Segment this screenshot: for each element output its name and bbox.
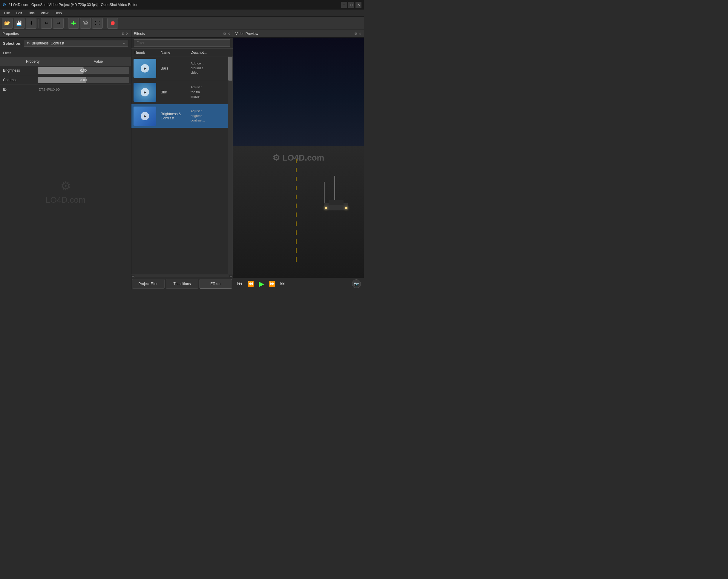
preview-close-icon[interactable]: ✕	[359, 32, 361, 36]
maximize-button[interactable]: □	[348, 2, 354, 8]
menu-title[interactable]: Title	[25, 10, 37, 16]
window-controls: ─ □ ✕	[341, 2, 361, 8]
effects-col-headers: Thumb Name Descript...	[131, 49, 233, 56]
preview-header-icons: ⧉ ✕	[355, 32, 361, 36]
menu-file[interactable]: File	[1, 10, 13, 16]
preview-panel: Video Preview ⧉ ✕	[233, 30, 364, 290]
effects-thumb-brightness: ▶	[131, 105, 158, 127]
screenshot-btn[interactable]: 📷	[352, 279, 361, 288]
bars-desc: Add col...around svideo.	[188, 61, 228, 75]
effects-row-brightness[interactable]: ▶ Brightness &Contrast Adjust tbrightnec…	[131, 104, 228, 128]
car	[324, 200, 348, 211]
watermark-text: LO4D.com	[46, 195, 86, 205]
properties-title: Properties	[2, 32, 19, 36]
horizon-line	[233, 146, 364, 146]
brightness-play-icon: ▶	[141, 112, 149, 120]
bars-play-icon: ▶	[141, 64, 149, 73]
prev-first-btn[interactable]: ⏮	[236, 279, 244, 288]
preview-float-icon[interactable]: ⧉	[355, 32, 357, 36]
close-button[interactable]: ✕	[356, 2, 361, 8]
bars-name: Bars	[158, 66, 188, 71]
redo-btn[interactable]: ↪	[53, 18, 63, 29]
selection-icon: ⚙	[27, 41, 30, 45]
video-preview-image: ⚙ LO4D.com	[233, 37, 364, 278]
sky-layer	[233, 37, 364, 158]
properties-table: Property Value Brightness 0.00 Contrast	[0, 57, 131, 94]
prev-forward-btn[interactable]: ⏩	[268, 279, 277, 288]
effects-title: Effects	[134, 32, 145, 36]
watermark-gear: ⚙	[272, 153, 280, 163]
properties-watermark: ⚙ LO4D.com	[0, 94, 131, 290]
effects-vscroll-thumb[interactable]	[228, 57, 232, 81]
open-project-btn[interactable]: 📂	[2, 18, 12, 29]
effects-float-icon[interactable]: ⧉	[224, 32, 226, 36]
road-layer	[233, 146, 364, 278]
properties-header-icons: ⧉ ✕	[122, 32, 129, 36]
car-roof	[329, 200, 343, 205]
add-btn[interactable]: ✚	[68, 18, 79, 29]
import-btn[interactable]: ⬇	[26, 18, 36, 29]
effects-col-name: Name	[158, 50, 188, 55]
menubar: File Edit Title View Help	[0, 9, 364, 17]
preview-title: Video Preview	[235, 32, 258, 36]
tab-project-files[interactable]: Project Files	[132, 279, 164, 288]
effects-panel: Effects ⧉ ✕ Thumb Name Descript... ▶	[131, 30, 233, 290]
prev-last-btn[interactable]: ⏭	[279, 279, 287, 288]
fullscreen-btn[interactable]: ⛶	[92, 18, 103, 29]
export-btn[interactable]: 🎬	[80, 18, 91, 29]
prop-row-id: ID DTSHPIUX1O	[0, 85, 131, 94]
blur-thumbnail: ▶	[133, 83, 156, 102]
prop-name-contrast: Contrast	[0, 78, 36, 82]
prop-value-contrast[interactable]: 3.00	[36, 77, 131, 83]
effects-filter-input[interactable]	[134, 39, 230, 47]
menu-edit[interactable]: Edit	[13, 10, 25, 16]
properties-float-icon[interactable]: ⧉	[122, 32, 125, 36]
blur-play-icon: ▶	[141, 88, 149, 96]
effects-vscrollbar[interactable]	[228, 56, 233, 274]
effects-row-bars[interactable]: ▶ Bars Add col...around svideo.	[131, 56, 228, 80]
brightness-thumbnail: ▶	[133, 107, 156, 126]
brightness-value: 0.00	[37, 68, 129, 72]
tab-transitions[interactable]: Transitions	[166, 279, 198, 288]
selection-label: Selection:	[3, 41, 22, 46]
effects-row-blur[interactable]: ▶ Blur Adjust tthe fraimage.	[131, 80, 228, 104]
main-toolbar: 📂 💾 ⬇ ↩ ↪ ✚ 🎬 ⛶ ⏺	[0, 17, 364, 30]
tab-effects[interactable]: Effects	[200, 279, 232, 288]
selection-value: Brightness_Contrast	[32, 41, 64, 45]
prop-value-brightness[interactable]: 0.00	[36, 67, 131, 74]
undo-btn[interactable]: ↩	[41, 18, 52, 29]
prop-col-value: Value	[66, 59, 131, 63]
blur-desc: Adjust tthe fraimage.	[188, 85, 228, 99]
selection-dropdown[interactable]: ⚙ Brightness_Contrast ▼	[24, 40, 128, 47]
prop-name-id: ID	[0, 87, 36, 92]
dropdown-arrow-icon: ▼	[123, 42, 126, 45]
app-icon: ⚙	[2, 2, 6, 7]
effects-scroll-left-icon[interactable]: ◀	[132, 275, 134, 278]
record-btn[interactable]: ⏺	[107, 18, 118, 29]
selection-row: Selection: ⚙ Brightness_Contrast ▼	[0, 37, 131, 49]
properties-close-icon[interactable]: ✕	[126, 32, 129, 36]
effects-hscroll[interactable]: ◀ ▶	[131, 274, 233, 278]
watermark-label: LO4D.com	[282, 153, 324, 162]
effects-col-thumb: Thumb	[131, 50, 158, 55]
properties-filter-section: Filter	[0, 49, 131, 57]
minimize-button[interactable]: ─	[341, 2, 347, 8]
prop-row-brightness: Brightness 0.00	[0, 66, 131, 75]
prop-row-contrast: Contrast 3.00	[0, 75, 131, 85]
blur-name: Blur	[158, 90, 188, 94]
menu-help[interactable]: Help	[51, 10, 65, 16]
prev-rewind-btn[interactable]: ⏪	[246, 279, 255, 288]
play-btn[interactable]: ▶	[258, 278, 265, 289]
titlebar: ⚙ * LO4D.com - OpenShot Video Project [H…	[0, 0, 364, 9]
preview-controls: ⏮ ⏪ ▶ ⏩ ⏭ 📷	[233, 278, 364, 290]
effects-scroll-right-icon[interactable]: ▶	[230, 275, 232, 278]
video-preview-area: ⚙ LO4D.com	[233, 37, 364, 278]
brightness-slider[interactable]: 0.00	[37, 67, 129, 74]
save-btn[interactable]: 💾	[14, 18, 25, 29]
menu-view[interactable]: View	[37, 10, 51, 16]
prop-id-value: DTSHPIUX1O	[36, 88, 63, 91]
watermark-icon: ⚙	[60, 179, 71, 193]
effects-col-desc: Descript...	[188, 50, 228, 55]
effects-close-icon[interactable]: ✕	[227, 32, 230, 36]
contrast-slider[interactable]: 3.00	[37, 77, 129, 83]
